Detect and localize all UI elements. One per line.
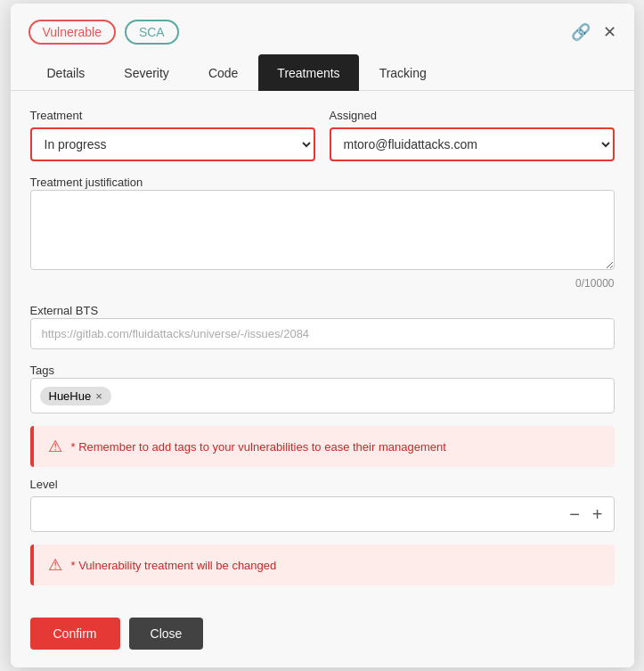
alert-treatment-icon: ⚠ xyxy=(48,555,62,575)
external-bts-input[interactable] xyxy=(30,318,615,349)
level-group: Level − + xyxy=(30,478,615,532)
tags-label: Tags xyxy=(30,364,54,377)
level-label: Level xyxy=(30,478,615,491)
alert-tags-box: ⚠ * Remember to add tags to your vulnera… xyxy=(30,426,615,467)
tag-name: HueHue xyxy=(49,389,92,403)
sca-badge: SCA xyxy=(125,20,179,45)
close-icon: ✕ xyxy=(603,22,616,42)
justification-group: Treatment justification 0/10000 xyxy=(30,174,615,290)
assigned-label: Assigned xyxy=(330,109,615,122)
tab-tracking[interactable]: Tracking xyxy=(361,54,445,91)
assigned-select[interactable]: mtoro@fluidattacks.com xyxy=(330,127,615,161)
alert-tags-icon: ⚠ xyxy=(48,437,62,456)
alert-treatment-text: * Vulnerability treatment will be change… xyxy=(71,559,277,572)
close-button[interactable]: Close xyxy=(129,618,204,650)
justification-textarea[interactable] xyxy=(30,190,615,270)
alert-treatment-box: ⚠ * Vulnerability treatment will be chan… xyxy=(30,544,615,585)
tab-code[interactable]: Code xyxy=(190,54,257,91)
treatment-row: Treatment In progress Accepted New Perma… xyxy=(30,109,615,161)
modal-footer: Confirm Close xyxy=(11,605,634,667)
confirm-button[interactable]: Confirm xyxy=(30,618,120,650)
tabs-bar: Details Severity Code Treatments Trackin… xyxy=(11,53,634,91)
treatment-group: Treatment In progress Accepted New Perma… xyxy=(30,109,315,161)
treatment-label: Treatment xyxy=(30,109,315,122)
close-icon-button[interactable]: ✕ xyxy=(603,22,616,42)
header-actions: 🔗 ✕ xyxy=(571,22,616,42)
badges-container: Vulnerable SCA xyxy=(29,20,179,45)
assigned-group: Assigned mtoro@fluidattacks.com xyxy=(330,109,615,161)
link-icon: 🔗 xyxy=(571,22,591,42)
level-control: − + xyxy=(30,496,615,532)
level-minus-button[interactable]: − xyxy=(569,505,580,523)
char-count: 0/10000 xyxy=(30,277,615,290)
external-bts-label: External BTS xyxy=(30,304,99,317)
modal-dialog: Vulnerable SCA 🔗 ✕ Details Severity Code… xyxy=(11,4,634,667)
justification-label: Treatment justification xyxy=(30,176,143,189)
tab-treatments[interactable]: Treatments xyxy=(258,54,358,91)
external-bts-group: External BTS xyxy=(30,302,615,349)
tag-huehue: HueHue × xyxy=(40,387,111,405)
tab-details[interactable]: Details xyxy=(29,54,104,91)
tags-container[interactable]: HueHue × xyxy=(30,378,615,413)
modal-body: Treatment In progress Accepted New Perma… xyxy=(11,91,634,605)
modal-header: Vulnerable SCA 🔗 ✕ xyxy=(11,4,634,53)
tag-remove-button[interactable]: × xyxy=(95,389,102,403)
vulnerable-badge: Vulnerable xyxy=(29,20,116,45)
link-icon-button[interactable]: 🔗 xyxy=(571,22,591,42)
tab-severity[interactable]: Severity xyxy=(105,54,188,91)
treatment-select[interactable]: In progress Accepted New Permanently acc… xyxy=(30,127,315,161)
alert-tags-text: * Remember to add tags to your vulnerabi… xyxy=(71,440,446,454)
level-plus-button[interactable]: + xyxy=(592,505,603,523)
tags-group: Tags HueHue × xyxy=(30,362,615,413)
